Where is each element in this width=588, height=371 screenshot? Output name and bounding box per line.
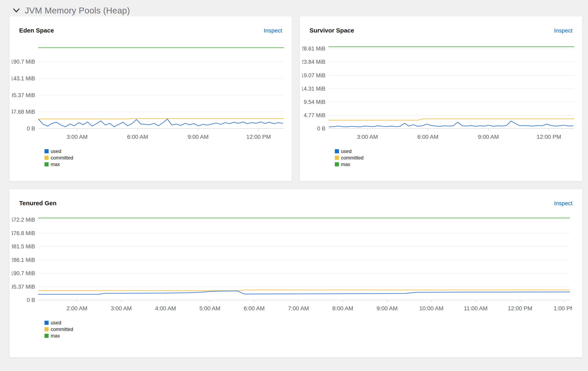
max-swatch-icon xyxy=(44,334,49,338)
section-title: JVM Memory Pools (Heap) xyxy=(25,6,130,16)
svg-text:0 B: 0 B xyxy=(317,126,326,132)
svg-text:0 B: 0 B xyxy=(27,297,35,303)
svg-text:28.61 MiB: 28.61 MiB xyxy=(302,46,326,52)
committed-swatch-icon xyxy=(335,156,339,160)
svg-text:19.07 MiB: 19.07 MiB xyxy=(302,72,326,78)
svg-text:4:00 AM: 4:00 AM xyxy=(155,305,176,312)
dashboard-grid: Eden Space Inspect 0 B47.68 MiB95.37 MiB… xyxy=(9,16,582,358)
svg-text:143.1 MiB: 143.1 MiB xyxy=(12,76,35,82)
legend-label: used xyxy=(341,148,352,154)
svg-text:95.37 MiB: 95.37 MiB xyxy=(12,284,35,290)
legend-label: committed xyxy=(341,155,364,161)
legend-label: used xyxy=(51,320,61,326)
legend-item-used[interactable]: used xyxy=(44,148,292,154)
legend-label: used xyxy=(51,148,61,154)
inspect-link[interactable]: Inspect xyxy=(554,27,572,34)
svg-text:47.68 MiB: 47.68 MiB xyxy=(12,109,35,115)
svg-text:476.8 MiB: 476.8 MiB xyxy=(12,230,35,236)
legend-label: committed xyxy=(51,155,73,161)
svg-text:9.54 MiB: 9.54 MiB xyxy=(304,99,326,105)
svg-text:95.37 MiB: 95.37 MiB xyxy=(12,92,35,98)
panel-title: Eden Space xyxy=(19,27,54,34)
panel-title: Tenured Gen xyxy=(19,200,57,207)
svg-text:23.84 MiB: 23.84 MiB xyxy=(302,59,326,65)
inspect-link[interactable]: Inspect xyxy=(264,27,282,34)
legend-label: max xyxy=(51,333,60,339)
panel-title: Survivor Space xyxy=(310,27,354,34)
legend-item-committed[interactable]: committed xyxy=(44,326,582,332)
svg-text:12:00 PM: 12:00 PM xyxy=(508,305,532,312)
svg-text:12:00 PM: 12:00 PM xyxy=(537,134,561,140)
inspect-link[interactable]: Inspect xyxy=(554,200,572,207)
svg-text:1:00 PM: 1:00 PM xyxy=(554,305,572,312)
legend-item-committed[interactable]: committed xyxy=(44,155,292,161)
legend-label: committed xyxy=(51,327,73,332)
svg-text:190.7 MiB: 190.7 MiB xyxy=(12,270,35,276)
svg-text:2:00 AM: 2:00 AM xyxy=(66,305,87,312)
legend-item-used[interactable]: used xyxy=(44,320,582,326)
legend-item-max[interactable]: max xyxy=(44,333,582,339)
svg-text:9:00 AM: 9:00 AM xyxy=(377,305,398,312)
eden-space-chart[interactable]: 0 B47.68 MiB95.37 MiB143.1 MiB190.7 MiB3… xyxy=(12,38,286,142)
svg-text:7:00 AM: 7:00 AM xyxy=(288,305,309,312)
legend-item-max[interactable]: max xyxy=(44,161,292,167)
chart-legend: usedcommittedmax xyxy=(335,148,582,167)
legend-item-committed[interactable]: committed xyxy=(335,155,582,161)
svg-text:6:00 AM: 6:00 AM xyxy=(243,305,265,312)
svg-text:9:00 AM: 9:00 AM xyxy=(478,134,499,140)
svg-text:3:00 AM: 3:00 AM xyxy=(357,134,378,140)
legend-item-max[interactable]: max xyxy=(335,161,582,167)
svg-text:4.77 MiB: 4.77 MiB xyxy=(304,112,326,118)
max-swatch-icon xyxy=(44,162,49,166)
chart-legend: usedcommittedmax xyxy=(44,320,582,339)
section-header: JVM Memory Pools (Heap) xyxy=(0,0,588,13)
used-swatch-icon xyxy=(44,149,49,153)
panel-tenured-gen: Tenured Gen Inspect 0 B95.37 MiB190.7 Mi… xyxy=(9,189,582,358)
chart-legend: usedcommittedmax xyxy=(44,148,292,167)
svg-text:11:00 AM: 11:00 AM xyxy=(464,305,488,312)
svg-text:0 B: 0 B xyxy=(27,126,35,132)
committed-swatch-icon xyxy=(44,327,49,331)
svg-text:12:00 PM: 12:00 PM xyxy=(246,134,271,140)
max-swatch-icon xyxy=(335,162,339,166)
svg-text:9:00 AM: 9:00 AM xyxy=(188,134,209,140)
svg-text:6:00 AM: 6:00 AM xyxy=(418,134,439,140)
chevron-down-icon[interactable] xyxy=(13,8,20,13)
legend-label: max xyxy=(341,162,350,167)
svg-text:572.2 MiB: 572.2 MiB xyxy=(12,217,35,223)
svg-text:3:00 AM: 3:00 AM xyxy=(67,134,88,140)
svg-text:6:00 AM: 6:00 AM xyxy=(127,134,148,140)
svg-text:286.1 MiB: 286.1 MiB xyxy=(12,257,35,263)
svg-text:10:00 AM: 10:00 AM xyxy=(419,305,443,312)
svg-text:8:00 AM: 8:00 AM xyxy=(332,305,353,312)
panel-eden-space: Eden Space Inspect 0 B47.68 MiB95.37 MiB… xyxy=(9,16,292,181)
svg-text:190.7 MiB: 190.7 MiB xyxy=(12,59,35,65)
legend-item-used[interactable]: used xyxy=(335,148,582,154)
used-swatch-icon xyxy=(335,149,339,153)
tenured-gen-chart[interactable]: 0 B95.37 MiB190.7 MiB286.1 MiB381.5 MiB4… xyxy=(12,211,572,314)
panel-survivor-space: Survivor Space Inspect 0 B4.77 MiB9.54 M… xyxy=(300,16,582,181)
svg-text:5:00 AM: 5:00 AM xyxy=(199,305,220,312)
committed-swatch-icon xyxy=(44,156,49,160)
svg-text:381.5 MiB: 381.5 MiB xyxy=(12,243,35,250)
svg-text:14.31 MiB: 14.31 MiB xyxy=(302,86,326,92)
svg-text:3:00 AM: 3:00 AM xyxy=(111,305,132,312)
survivor-space-chart[interactable]: 0 B4.77 MiB9.54 MiB14.31 MiB19.07 MiB23.… xyxy=(302,38,577,142)
used-swatch-icon xyxy=(44,321,49,325)
legend-label: max xyxy=(51,162,60,167)
